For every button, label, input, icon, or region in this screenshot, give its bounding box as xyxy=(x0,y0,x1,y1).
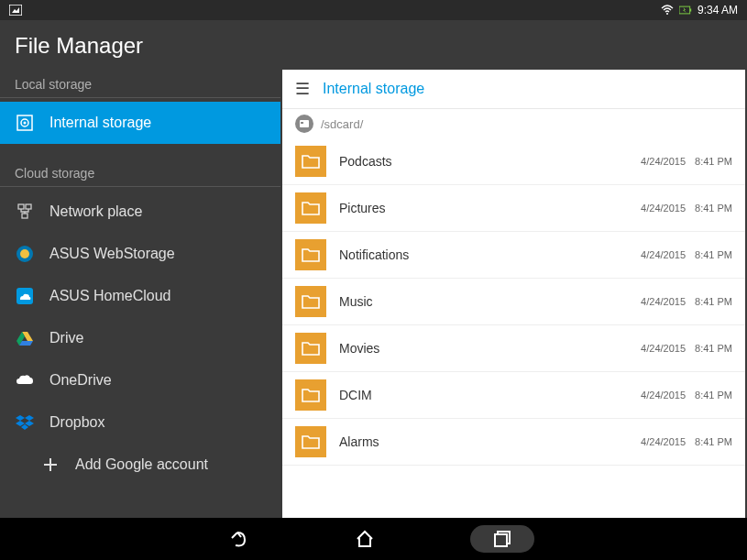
svg-marker-1 xyxy=(12,7,19,13)
wifi-icon xyxy=(661,4,674,16)
file-time: 8:41 PM xyxy=(695,436,732,447)
onedrive-icon xyxy=(15,370,35,390)
file-date: 4/24/2015 xyxy=(641,343,686,354)
file-time: 8:41 PM xyxy=(695,249,732,260)
svg-rect-4 xyxy=(690,8,692,11)
internal-storage-icon xyxy=(15,113,35,133)
dropbox-icon xyxy=(15,412,35,433)
file-time: 8:41 PM xyxy=(695,203,732,214)
status-time: 9:34 AM xyxy=(698,4,738,16)
sidebar-item-label: ASUS WebStorage xyxy=(49,246,175,262)
svg-marker-21 xyxy=(25,421,34,426)
file-time: 8:41 PM xyxy=(695,296,732,307)
android-nav-bar xyxy=(0,518,747,560)
file-name: Notifications xyxy=(339,247,641,262)
sidebar-item-label: Drive xyxy=(49,330,83,346)
plus-icon xyxy=(40,455,60,475)
sidebar-item-label: Add Google account xyxy=(75,456,208,473)
hamburger-icon[interactable]: ☰ xyxy=(295,79,310,99)
file-name: Movies xyxy=(339,341,641,356)
folder-icon xyxy=(295,239,326,270)
file-row[interactable]: Notifications 4/24/2015 8:41 PM xyxy=(282,232,745,279)
content-header: ☰ Internal storage xyxy=(282,70,745,109)
sidebar-item-asus-homecloud[interactable]: ASUS HomeCloud xyxy=(0,275,280,317)
file-time: 8:41 PM xyxy=(695,390,732,401)
file-row[interactable]: Pictures 4/24/2015 8:41 PM xyxy=(282,185,745,232)
svg-rect-24 xyxy=(301,122,303,124)
google-drive-icon xyxy=(15,328,35,348)
svg-rect-10 xyxy=(26,204,31,209)
file-date: 4/24/2015 xyxy=(641,203,686,214)
sidebar-item-label: Dropbox xyxy=(49,414,104,431)
nav-back-button[interactable] xyxy=(214,525,259,553)
svg-marker-22 xyxy=(21,424,28,430)
file-date: 4/24/2015 xyxy=(641,436,686,447)
battery-charging-icon xyxy=(679,4,692,16)
svg-rect-25 xyxy=(495,534,507,546)
sidebar-item-drive[interactable]: Drive xyxy=(0,317,280,359)
svg-point-8 xyxy=(24,122,27,125)
svg-marker-20 xyxy=(16,421,25,426)
file-list: Podcasts 4/24/2015 8:41 PM Pictures 4/24… xyxy=(282,138,745,518)
sidebar-item-add-google-account[interactable]: Add Google account xyxy=(0,444,280,486)
sidebar-item-label: Network place xyxy=(49,203,142,220)
sidebar-item-network-place[interactable]: Network place xyxy=(0,191,280,233)
sidebar-item-label: ASUS HomeCloud xyxy=(49,288,171,304)
sidebar-item-asus-webstorage[interactable]: ASUS WebStorage xyxy=(0,233,280,275)
file-row[interactable]: Alarms 4/24/2015 8:41 PM xyxy=(282,419,745,466)
folder-icon xyxy=(295,426,326,457)
sdcard-icon xyxy=(295,115,313,133)
file-name: Music xyxy=(339,294,641,309)
file-name: Podcasts xyxy=(339,154,641,169)
nav-recent-button[interactable] xyxy=(470,525,534,553)
sidebar-section-local: Local storage xyxy=(0,70,280,98)
file-name: DCIM xyxy=(339,388,641,402)
file-date: 4/24/2015 xyxy=(641,390,686,401)
folder-icon xyxy=(295,192,326,224)
svg-marker-5 xyxy=(683,7,687,13)
status-bar: 9:34 AM xyxy=(0,0,747,20)
folder-icon xyxy=(295,146,326,177)
folder-icon xyxy=(295,333,326,364)
file-row[interactable]: DCIM 4/24/2015 8:41 PM xyxy=(282,372,745,419)
picture-icon xyxy=(9,4,22,16)
sidebar-item-label: OneDrive xyxy=(49,372,112,389)
sidebar-item-onedrive[interactable]: OneDrive xyxy=(0,359,280,401)
svg-point-2 xyxy=(666,13,668,15)
path-text: /sdcard/ xyxy=(321,117,363,131)
file-date: 4/24/2015 xyxy=(641,296,686,307)
folder-icon xyxy=(295,286,326,317)
content-title: Internal storage xyxy=(323,81,424,97)
nav-home-button[interactable] xyxy=(342,525,388,553)
asus-webstorage-icon xyxy=(15,244,35,264)
file-date: 4/24/2015 xyxy=(641,249,686,260)
svg-marker-19 xyxy=(25,415,34,421)
sidebar-section-cloud: Cloud storage xyxy=(0,159,280,187)
svg-marker-18 xyxy=(16,415,25,421)
svg-rect-9 xyxy=(18,204,24,209)
svg-point-13 xyxy=(20,249,29,258)
svg-rect-11 xyxy=(22,214,27,218)
asus-homecloud-icon xyxy=(15,286,35,306)
app-title: File Manager xyxy=(0,20,747,70)
path-bar[interactable]: /sdcard/ xyxy=(282,109,745,138)
sidebar: Local storage Internal storage Cloud sto… xyxy=(0,70,280,518)
folder-icon xyxy=(295,379,326,411)
file-name: Alarms xyxy=(339,434,641,449)
file-time: 8:41 PM xyxy=(695,156,732,167)
file-date: 4/24/2015 xyxy=(641,156,686,167)
sidebar-item-label: Internal storage xyxy=(49,115,151,131)
file-row[interactable]: Music 4/24/2015 8:41 PM xyxy=(282,279,745,325)
network-icon xyxy=(15,202,35,222)
file-row[interactable]: Podcasts 4/24/2015 8:41 PM xyxy=(282,138,745,185)
sidebar-item-internal-storage[interactable]: Internal storage xyxy=(0,102,280,144)
file-name: Pictures xyxy=(339,201,641,215)
sidebar-item-dropbox[interactable]: Dropbox xyxy=(0,401,280,444)
file-time: 8:41 PM xyxy=(695,343,732,354)
file-row[interactable]: Movies 4/24/2015 8:41 PM xyxy=(282,325,745,372)
content-panel: ☰ Internal storage /sdcard/ Podcasts 4/2… xyxy=(282,70,745,518)
